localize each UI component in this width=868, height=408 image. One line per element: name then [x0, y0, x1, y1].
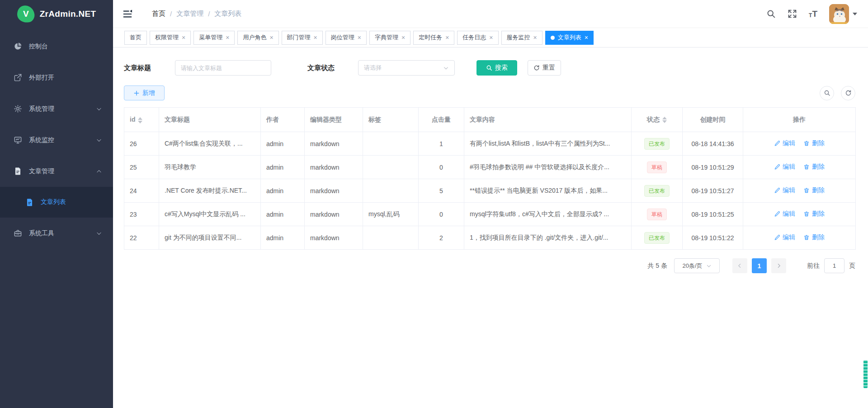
- sort-icon[interactable]: [662, 117, 667, 123]
- status-badge: 已发布: [644, 138, 670, 150]
- next-page-button[interactable]: [771, 258, 786, 273]
- tab-label: 字典管理: [375, 33, 398, 42]
- delete-icon: [803, 187, 810, 194]
- column-header[interactable]: 状态: [632, 108, 683, 132]
- status-badge: 草稿: [647, 161, 667, 173]
- prev-page-button[interactable]: [732, 258, 747, 273]
- tab[interactable]: 任务日志×: [457, 31, 498, 45]
- tab-active[interactable]: 文章列表×: [545, 31, 594, 45]
- tab[interactable]: 定时任务×: [413, 31, 454, 45]
- column-label: 编辑器类型: [310, 116, 342, 123]
- table-row: 23c#写入Mysql中文显示乱码 ...adminmarkdownmysql,…: [124, 203, 856, 226]
- article-title-input[interactable]: [175, 60, 271, 76]
- tab[interactable]: 服务监控×: [501, 31, 542, 45]
- refresh-table-button[interactable]: [841, 86, 855, 100]
- breadcrumb-home[interactable]: 首页: [152, 9, 165, 18]
- close-icon[interactable]: ×: [182, 34, 185, 41]
- sidebar-item-external-open[interactable]: 外部打开: [0, 62, 113, 93]
- tab[interactable]: 字典管理×: [369, 31, 410, 45]
- edit-button[interactable]: 编辑: [774, 210, 795, 218]
- goto-page-input[interactable]: [824, 258, 844, 273]
- reset-button[interactable]: 重置: [528, 60, 561, 76]
- cell-content: **错误提示** 当电脑更新 VS2017 版本后，如果...: [464, 179, 632, 203]
- delete-button[interactable]: 删除: [803, 210, 825, 218]
- sidebar-item-system-management[interactable]: 系统管理: [0, 93, 113, 124]
- sidebar-item-dashboard[interactable]: 控制台: [0, 31, 113, 62]
- tab-label: 定时任务: [419, 33, 442, 42]
- close-icon[interactable]: ×: [226, 34, 229, 41]
- close-icon[interactable]: ×: [489, 34, 493, 41]
- search-button[interactable]: 搜索: [476, 60, 517, 76]
- scrollbar-thumb[interactable]: [863, 360, 868, 388]
- close-icon[interactable]: ×: [314, 34, 317, 41]
- cell-hits: 0: [419, 203, 464, 226]
- sidebar-item-system-monitor[interactable]: 系统监控: [0, 124, 113, 156]
- edit-button[interactable]: 编辑: [774, 186, 795, 195]
- tab[interactable]: 菜单管理×: [193, 31, 235, 45]
- cell-author: admin: [261, 179, 305, 203]
- delete-button[interactable]: 删除: [803, 163, 825, 171]
- cell-hits: 2: [419, 226, 464, 250]
- logo[interactable]: V ZrAdmin.NET: [0, 0, 113, 28]
- close-icon[interactable]: ×: [585, 34, 588, 41]
- tab[interactable]: 用户角色×: [237, 31, 278, 45]
- tab[interactable]: 权限管理×: [150, 31, 191, 45]
- sort-asc-icon[interactable]: [138, 117, 142, 120]
- cell-hits: 1: [419, 132, 464, 156]
- delete-button[interactable]: 删除: [803, 139, 825, 147]
- sidebar-item-article-list[interactable]: 文章列表: [0, 187, 113, 218]
- chevron-down-icon: [96, 230, 102, 237]
- edit-button[interactable]: 编辑: [774, 163, 795, 171]
- cell-created-time: 08-19 10:51:25: [683, 203, 743, 226]
- page-number-1[interactable]: 1: [752, 258, 767, 273]
- avatar[interactable]: [829, 4, 849, 24]
- edit-button[interactable]: 编辑: [774, 139, 795, 147]
- article-status-select[interactable]: 请选择: [358, 60, 455, 76]
- fullscreen-icon[interactable]: [788, 9, 797, 19]
- tab-label: 服务监控: [507, 33, 530, 42]
- sort-icon[interactable]: [138, 117, 142, 123]
- cell-actions: 编辑删除: [743, 179, 856, 203]
- tab-label: 首页: [130, 33, 142, 42]
- sidebar-item-system-tools[interactable]: 系统工具: [0, 218, 113, 249]
- tab[interactable]: 首页: [124, 31, 147, 45]
- close-icon[interactable]: ×: [533, 34, 537, 41]
- article-table: id文章标题作者编辑器类型标签点击量文章内容状态创建时间操作 26C#两个lis…: [124, 107, 856, 250]
- search-icon[interactable]: [766, 9, 776, 19]
- close-icon[interactable]: ×: [401, 34, 405, 41]
- show-search-button[interactable]: [820, 86, 834, 100]
- edit-button[interactable]: 编辑: [774, 233, 795, 242]
- close-icon[interactable]: ×: [445, 34, 449, 41]
- sort-asc-icon[interactable]: [662, 117, 667, 119]
- delete-button[interactable]: 删除: [803, 186, 825, 195]
- tab-label: 文章列表: [558, 33, 581, 42]
- sort-desc-icon[interactable]: [138, 121, 142, 123]
- active-tab-dot: [551, 36, 555, 40]
- sidebar-item-article-management[interactable]: 文章管理: [0, 156, 113, 187]
- cell-id: 24: [124, 179, 159, 203]
- delete-button[interactable]: 删除: [803, 233, 825, 242]
- sort-desc-icon[interactable]: [662, 120, 667, 123]
- refresh-icon: [845, 90, 852, 96]
- column-label: 文章内容: [470, 116, 495, 123]
- close-icon[interactable]: ×: [269, 34, 273, 41]
- column-header[interactable]: id: [124, 108, 159, 132]
- cell-tags: [363, 179, 419, 203]
- user-menu[interactable]: [829, 4, 857, 24]
- cell-status: 已发布: [632, 226, 683, 250]
- breadcrumb-article-management[interactable]: 文章管理: [176, 9, 203, 18]
- fold-menu-icon[interactable]: [122, 9, 133, 19]
- font-size-icon[interactable]: TT: [809, 9, 817, 18]
- delete-icon: [803, 164, 810, 170]
- caret-down-icon: [853, 13, 857, 15]
- sidebar: V ZrAdmin.NET 控制台 外部打开 系统管理: [0, 0, 113, 408]
- cell-actions: 编辑删除: [743, 226, 856, 250]
- breadcrumb: 首页 / 文章管理 / 文章列表: [152, 9, 241, 18]
- tab[interactable]: 岗位管理×: [326, 31, 367, 45]
- tab[interactable]: 部门管理×: [282, 31, 323, 45]
- close-icon[interactable]: ×: [358, 34, 361, 41]
- document-icon: [25, 198, 34, 207]
- tab-label: 岗位管理: [331, 33, 354, 42]
- page-size-select[interactable]: 20条/页: [674, 258, 720, 273]
- add-button[interactable]: 新增: [124, 85, 165, 100]
